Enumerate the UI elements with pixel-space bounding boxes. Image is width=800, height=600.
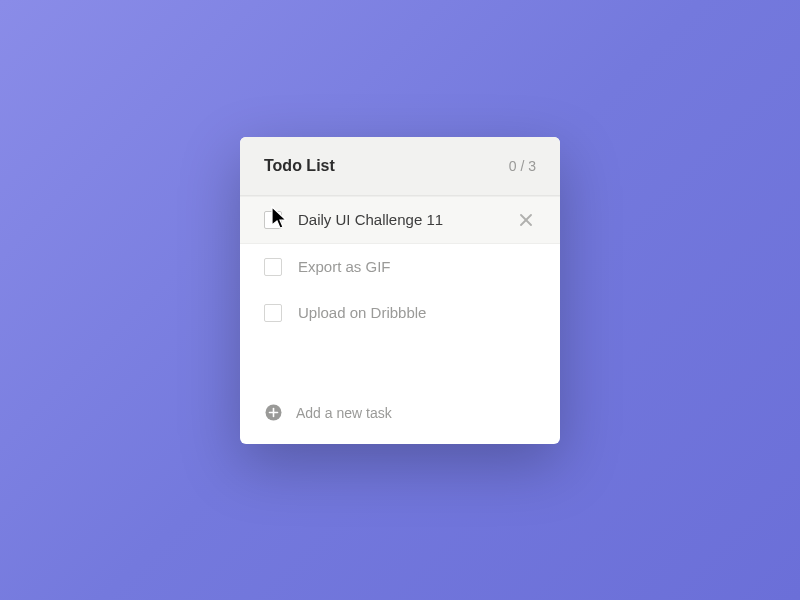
todo-card: Todo List 0 / 3 Daily UI Challenge 11 Ex… [240, 137, 560, 444]
close-icon [520, 214, 532, 226]
task-label: Upload on Dribbble [298, 304, 536, 321]
task-item[interactable]: Daily UI Challenge 11 [240, 196, 560, 244]
add-task-label: Add a new task [296, 405, 392, 421]
plus-icon [264, 404, 282, 422]
checkbox[interactable] [264, 304, 282, 322]
card-header: Todo List 0 / 3 [240, 137, 560, 196]
delete-button[interactable] [516, 211, 536, 229]
add-task-button[interactable]: Add a new task [240, 386, 560, 444]
task-label: Export as GIF [298, 258, 536, 275]
task-label: Daily UI Challenge 11 [298, 211, 516, 228]
card-title: Todo List [264, 157, 335, 175]
checkbox[interactable] [264, 211, 282, 229]
task-item[interactable]: Upload on Dribbble [240, 290, 560, 336]
checkbox[interactable] [264, 258, 282, 276]
task-counter: 0 / 3 [509, 158, 536, 174]
task-list: Daily UI Challenge 11 Export as GIF Uplo… [240, 196, 560, 336]
task-item[interactable]: Export as GIF [240, 244, 560, 290]
